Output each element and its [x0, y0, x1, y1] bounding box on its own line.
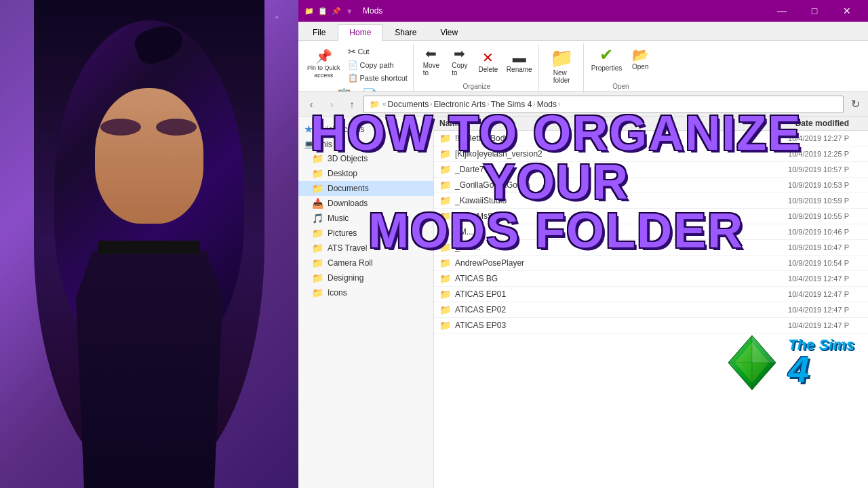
- downloads-label: Downloads: [328, 199, 368, 208]
- date-column-header[interactable]: Date modified: [754, 119, 863, 128]
- back-button[interactable]: ‹: [302, 96, 320, 113]
- pictures-label: Pictures: [328, 228, 357, 238]
- tab-file[interactable]: File: [301, 24, 337, 40]
- title-bar-controls: — □ ✕: [766, 0, 863, 22]
- desktop-icon: 📁: [312, 168, 323, 179]
- quick-access-label: Quick access: [316, 125, 364, 134]
- properties-icon: ✔: [599, 47, 613, 63]
- quick-access-header[interactable]: ★ Quick access: [298, 121, 433, 138]
- copy-path-icon: 📄: [348, 60, 358, 70]
- rename-button[interactable]: ▬ Rename: [503, 49, 536, 75]
- tab-view[interactable]: View: [429, 24, 469, 40]
- file-name: AndrewPosePlayer: [455, 258, 750, 268]
- table-row[interactable]: 📁 _Sac... 10/9/2019 10:47 P: [434, 240, 868, 256]
- file-date: 10/4/2019 12:47 P: [754, 306, 863, 314]
- camera-roll-icon: 📁: [312, 258, 323, 268]
- ribbon-group-new: 📁 Newfolder New: [540, 43, 584, 92]
- new-folder-icon: 📁: [550, 49, 574, 68]
- copy-path-button[interactable]: 📄 Copy path: [345, 59, 410, 71]
- paste-shortcut-button[interactable]: 📋 Paste shortcut: [345, 72, 410, 84]
- move-to-button[interactable]: ⬅ Moveto: [418, 45, 445, 79]
- this-pc-header[interactable]: 💻 This PC: [298, 138, 433, 151]
- ribbon-group-clipboard: 📌 Pin to Quickaccess ✂ Cut 📄 Copy path 📋…: [301, 43, 414, 92]
- sidebar-item-camera-roll[interactable]: 📁 Camera Roll: [298, 256, 433, 270]
- open-buttons: ✔ Properties 📂 Open: [588, 45, 654, 74]
- minimize-button[interactable]: —: [766, 0, 797, 22]
- file-date: 10/9/2019 10:59 P: [754, 197, 863, 205]
- folder-icon: 📁: [439, 148, 451, 159]
- table-row[interactable]: 📁 _KawaiiStudio 10/9/2019 10:59 P: [434, 193, 868, 209]
- table-row[interactable]: 📁 _GorillaGorillaGorilla 10/9/2019 10:53…: [434, 178, 868, 193]
- cut-button[interactable]: ✂ Cut: [345, 45, 410, 58]
- character-panel: [0, 0, 298, 488]
- refresh-button[interactable]: ↻: [846, 96, 864, 113]
- sidebar-item-music[interactable]: 🎵 Music: [298, 211, 433, 226]
- breadcrumb: « Documents › Electronic Arts › The Sims…: [382, 100, 560, 109]
- ats-travel-icon: 📁: [312, 243, 323, 253]
- sidebar-item-icons[interactable]: 📁 Icons: [298, 285, 433, 300]
- pin-quick-access-button[interactable]: 📌 Pin to Quickaccess: [304, 47, 344, 81]
- delete-button[interactable]: ✕ Delete: [475, 49, 502, 75]
- name-column-header[interactable]: Name: [439, 119, 754, 128]
- delete-label: Delete: [478, 66, 498, 73]
- properties-button[interactable]: ✔ Properties: [588, 45, 626, 74]
- file-date: 10/4/2019 12:47 P: [754, 274, 863, 283]
- sidebar-item-ats-travel[interactable]: 📁 ATS Travel: [298, 241, 433, 256]
- folder-icon: 📁: [439, 195, 451, 206]
- close-button[interactable]: ✕: [831, 0, 863, 22]
- up-button[interactable]: ↑: [343, 96, 361, 113]
- folder-icon: 📁: [439, 289, 451, 300]
- copy-to-button[interactable]: ➡ Copyto: [446, 45, 473, 79]
- paste-button[interactable]: 📄 Paste: [357, 87, 382, 92]
- star-icon: ★: [304, 123, 313, 136]
- ats-travel-label: ATS Travel: [328, 243, 367, 253]
- move-label: Moveto: [423, 62, 439, 77]
- open-button[interactable]: 📂 Open: [627, 46, 654, 73]
- table-row[interactable]: 📁 !!!! Better Body 10/4/2019 12:27 P: [434, 131, 868, 146]
- music-label: Music: [328, 214, 349, 223]
- folder-icon: 📁: [439, 164, 451, 175]
- column-headers: Name Date modified: [434, 117, 868, 131]
- table-row[interactable]: 📁 AndrewPosePlayer 10/9/2019 10:54 P: [434, 256, 868, 271]
- table-row[interactable]: 📁 _Darte77 10/9/2019 10:57 P: [434, 162, 868, 178]
- paste-shortcut-icon: 📋: [348, 73, 358, 83]
- address-box[interactable]: 📁 « Documents › Electronic Arts › The Si…: [363, 96, 844, 113]
- file-list: 📁 !!!! Better Body 10/4/2019 12:27 P 📁 […: [434, 131, 868, 488]
- delete-icon: ✕: [482, 51, 494, 64]
- new-folder-button[interactable]: 📁 Newfolder: [543, 45, 580, 88]
- table-row[interactable]: 📁 ATICAS EP01 10/4/2019 12:47 P: [434, 287, 868, 302]
- table-row[interactable]: 📁 _LittleMsSam 10/9/2019 10:55 P: [434, 209, 868, 224]
- table-row[interactable]: 📁 ATICAS EP02 10/4/2019 12:47 P: [434, 302, 868, 318]
- desktop-label: Desktop: [328, 169, 357, 178]
- tab-share[interactable]: Share: [383, 24, 428, 40]
- tab-home[interactable]: Home: [338, 24, 382, 41]
- file-name: ATICAS EP02: [455, 305, 750, 314]
- sidebar-item-downloads[interactable]: 📥 Downloads: [298, 196, 433, 211]
- open-label: Open: [612, 81, 629, 90]
- separator: ▾: [347, 6, 352, 16]
- file-date: 10/4/2019 12:47 P: [754, 290, 863, 298]
- folder-icon: 📁: [439, 304, 451, 315]
- table-row[interactable]: 📁 _M... 10/9/2019 10:46 P: [434, 224, 868, 240]
- table-row[interactable]: 📁 ATICAS BG 10/4/2019 12:47 P: [434, 271, 868, 287]
- table-row[interactable]: 📁 [Kijiko]eyelash_version2 10/4/2019 12:…: [434, 146, 868, 162]
- forward-button[interactable]: ›: [323, 96, 340, 113]
- sidebar-item-3d-objects[interactable]: 📁 3D Objects: [298, 151, 433, 166]
- sidebar-item-documents[interactable]: 📁 Documents: [298, 181, 433, 196]
- file-name: !!!! Better Body: [455, 134, 750, 143]
- table-row[interactable]: 📁 ATICAS EP03 10/4/2019 12:47 P: [434, 318, 868, 333]
- copy-to-icon: ➡: [454, 47, 465, 60]
- sidebar-item-designing[interactable]: 📁 Designing: [298, 270, 433, 285]
- sidebar-item-pictures[interactable]: 📁 Pictures: [298, 226, 433, 241]
- file-date: 10/9/2019 10:55 P: [754, 212, 863, 220]
- organize-buttons: ⬅ Moveto ➡ Copyto ✕ Delete ▬ Rename: [418, 45, 536, 79]
- camera-roll-label: Camera Roll: [328, 258, 373, 268]
- icons-label: Icons: [328, 288, 347, 298]
- address-bar: ‹ › ↑ 📁 « Documents › Electronic Arts › …: [298, 92, 868, 117]
- sidebar-item-desktop[interactable]: 📁 Desktop: [298, 166, 433, 181]
- clipboard-main-buttons: 📌 Pin to Quickaccess ✂ Cut 📄 Copy path 📋…: [304, 45, 410, 84]
- file-name: _LittleMsSam: [455, 211, 750, 221]
- pictures-icon: 📁: [312, 228, 323, 239]
- copy-button[interactable]: 📋 Copy: [332, 87, 356, 92]
- maximize-button[interactable]: □: [799, 0, 830, 22]
